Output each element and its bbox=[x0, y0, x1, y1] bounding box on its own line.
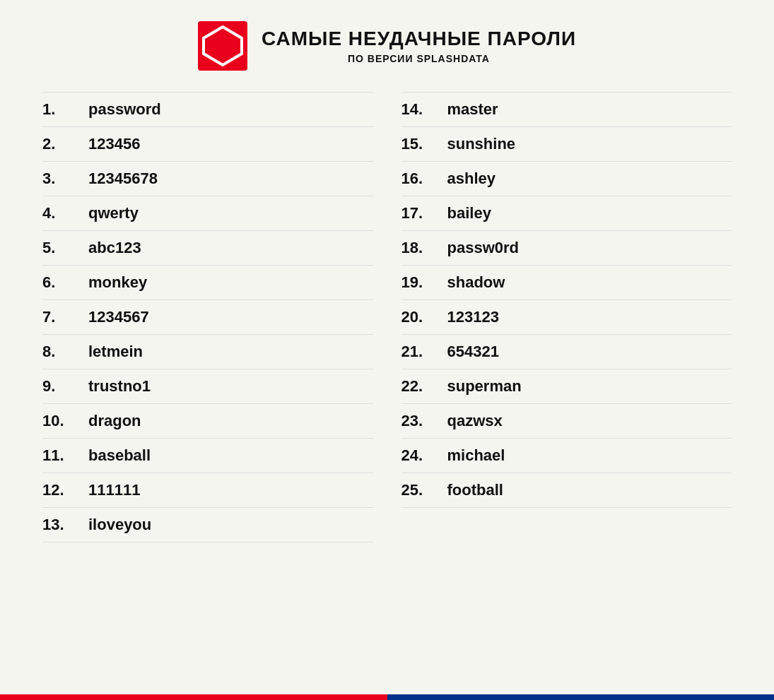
item-password: master bbox=[447, 100, 498, 119]
item-password: 111111 bbox=[88, 481, 140, 499]
list-item: 17. bailey bbox=[401, 196, 732, 231]
bar-blue bbox=[387, 694, 775, 700]
item-password: sunshine bbox=[447, 135, 516, 153]
item-password: monkey bbox=[88, 273, 147, 292]
footer-bar bbox=[0, 694, 774, 700]
list-item: 11. baseball bbox=[42, 439, 373, 473]
item-password: michael bbox=[447, 446, 505, 465]
item-password: passw0rd bbox=[447, 239, 520, 257]
column-divider bbox=[373, 92, 401, 680]
item-number: 10. bbox=[42, 412, 88, 430]
list-item: 25. football bbox=[401, 473, 732, 508]
list-item: 20. 123123 bbox=[401, 300, 732, 335]
list-item: 5. abc123 bbox=[42, 231, 373, 266]
item-number: 17. bbox=[401, 204, 447, 223]
item-password: bailey bbox=[447, 204, 491, 223]
logo-icon bbox=[198, 21, 247, 71]
list-item: 16. ashley bbox=[401, 162, 732, 196]
list-item: 15. sunshine bbox=[401, 127, 732, 162]
item-password: letmein bbox=[88, 343, 143, 361]
item-number: 15. bbox=[401, 135, 447, 153]
list-item: 1. password bbox=[42, 92, 373, 127]
list-item: 8. letmein bbox=[42, 335, 373, 369]
main-container: САМЫЕ НЕУДАЧНЫЕ ПАРОЛИ ПО ВЕРСИИ SPLASHD… bbox=[0, 0, 774, 694]
item-number: 6. bbox=[42, 273, 88, 292]
item-password: superman bbox=[447, 377, 522, 396]
item-number: 25. bbox=[401, 481, 447, 499]
item-password: shadow bbox=[447, 273, 505, 292]
item-number: 19. bbox=[401, 273, 447, 292]
item-password: abc123 bbox=[88, 239, 141, 257]
list-item: 21. 654321 bbox=[401, 335, 732, 369]
item-number: 4. bbox=[42, 204, 88, 223]
list-item: 9. trustno1 bbox=[42, 369, 373, 404]
list-item: 22. superman bbox=[401, 369, 732, 404]
item-password: baseball bbox=[88, 446, 151, 465]
list-item: 23. qazwsx bbox=[401, 404, 732, 439]
item-number: 16. bbox=[401, 170, 447, 188]
item-number: 3. bbox=[42, 170, 88, 188]
item-number: 7. bbox=[42, 308, 88, 326]
list-item: 13. iloveyou bbox=[42, 508, 373, 542]
list-item: 4. qwerty bbox=[42, 196, 373, 231]
item-number: 18. bbox=[401, 239, 447, 257]
item-number: 20. bbox=[401, 308, 447, 326]
svg-rect-0 bbox=[198, 21, 247, 71]
list-item: 24. michael bbox=[401, 439, 732, 473]
item-password: 654321 bbox=[447, 343, 499, 361]
item-number: 14. bbox=[401, 100, 447, 119]
list-item: 2. 123456 bbox=[42, 127, 373, 162]
list-item: 7. 1234567 bbox=[42, 300, 373, 335]
title-block: САМЫЕ НЕУДАЧНЫЕ ПАРОЛИ ПО ВЕРСИИ SPLASHD… bbox=[262, 28, 576, 64]
item-number: 5. bbox=[42, 239, 88, 257]
item-number: 23. bbox=[401, 412, 447, 430]
item-number: 2. bbox=[42, 135, 88, 153]
list-item: 12. 111111 bbox=[42, 473, 373, 508]
left-column: 1. password 2. 123456 3. 12345678 4. qwe… bbox=[42, 92, 373, 680]
item-password: dragon bbox=[88, 412, 141, 430]
item-password: trustno1 bbox=[88, 377, 151, 396]
list-item: 10. dragon bbox=[42, 404, 373, 439]
item-number: 9. bbox=[42, 377, 88, 396]
item-password: 1234567 bbox=[88, 308, 149, 326]
item-password: 123123 bbox=[447, 308, 499, 326]
item-password: password bbox=[88, 100, 161, 119]
list-item: 19. shadow bbox=[401, 266, 732, 300]
list-item: 14. master bbox=[401, 92, 732, 127]
item-number: 21. bbox=[401, 343, 447, 361]
item-number: 24. bbox=[401, 446, 447, 465]
item-password: iloveyou bbox=[88, 516, 151, 534]
item-password: 12345678 bbox=[88, 170, 158, 188]
header: САМЫЕ НЕУДАЧНЫЕ ПАРОЛИ ПО ВЕРСИИ SPLASHD… bbox=[42, 21, 732, 71]
list-item: 3. 12345678 bbox=[42, 162, 373, 196]
item-password: ashley bbox=[447, 170, 496, 188]
list-item: 6. monkey bbox=[42, 266, 373, 300]
item-number: 13. bbox=[42, 516, 88, 534]
title-main: САМЫЕ НЕУДАЧНЫЕ ПАРОЛИ bbox=[262, 28, 576, 50]
item-number: 22. bbox=[401, 377, 447, 396]
list-section: 1. password 2. 123456 3. 12345678 4. qwe… bbox=[42, 92, 732, 680]
item-number: 12. bbox=[42, 481, 88, 499]
right-column: 14. master 15. sunshine 16. ashley 17. b… bbox=[401, 92, 732, 680]
title-sub: ПО ВЕРСИИ SPLASHDATA bbox=[262, 53, 576, 64]
list-item: 18. passw0rd bbox=[401, 231, 732, 266]
item-password: qazwsx bbox=[447, 412, 503, 430]
item-number: 8. bbox=[42, 343, 88, 361]
item-password: qwerty bbox=[88, 204, 139, 223]
item-password: football bbox=[447, 481, 503, 499]
item-number: 1. bbox=[42, 100, 88, 119]
bar-red bbox=[0, 694, 387, 700]
item-number: 11. bbox=[42, 446, 88, 465]
item-password: 123456 bbox=[88, 135, 140, 153]
